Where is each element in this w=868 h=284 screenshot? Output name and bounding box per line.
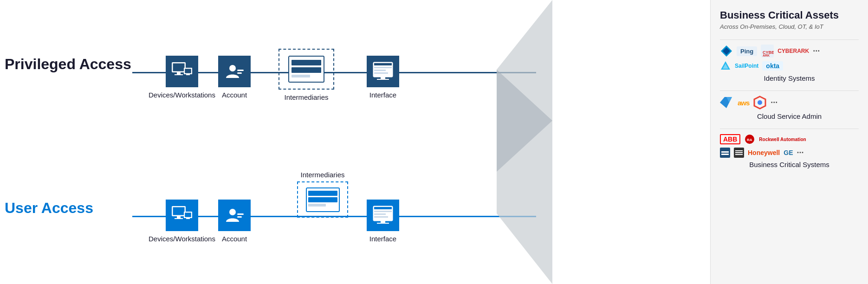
ping-label: Ping xyxy=(737,46,757,56)
svg-rect-58 xyxy=(721,151,729,153)
svg-rect-26 xyxy=(175,218,183,219)
svg-text:RA: RA xyxy=(747,138,752,142)
identity-logo-row-2: SailPoint okta xyxy=(720,60,859,71)
ge-label: GE xyxy=(784,149,793,156)
intermediaries-box-privileged xyxy=(279,49,334,90)
svg-rect-7 xyxy=(185,69,191,73)
sailpoint-label: SailPoint xyxy=(735,63,758,69)
privileged-interface-node: Interface xyxy=(367,56,399,99)
svg-rect-35 xyxy=(308,197,337,202)
devices-workstations-icon xyxy=(166,56,198,87)
privileged-intermediaries-node: Intermediaries xyxy=(279,49,334,101)
svg-rect-42 xyxy=(381,221,385,223)
identity-more: ··· xyxy=(813,46,820,56)
divider-1 xyxy=(720,39,859,40)
svg-rect-20 xyxy=(374,72,388,74)
honeywell-label: Honeywell xyxy=(748,149,780,156)
svg-rect-17 xyxy=(374,63,392,65)
svg-rect-13 xyxy=(291,60,321,65)
svg-rect-14 xyxy=(291,67,321,73)
sailpoint-icon xyxy=(720,60,731,71)
rockwell-label: Rockwell Automation xyxy=(759,137,806,142)
aws-label: aws xyxy=(738,99,749,107)
svg-rect-32 xyxy=(237,216,242,218)
bcs-logo-row-1: ABB RA Rockwell Automation xyxy=(720,134,859,145)
svg-rect-29 xyxy=(186,218,190,219)
interface-icon-privileged xyxy=(367,56,399,87)
user-interface-node: Interface xyxy=(367,200,399,243)
identity-systems-label: Identity Systems xyxy=(720,74,859,82)
svg-rect-18 xyxy=(374,67,392,68)
cloud-more: ··· xyxy=(771,98,777,108)
svg-rect-8 xyxy=(186,74,190,75)
svg-text:ARK: ARK xyxy=(763,54,770,57)
svg-rect-22 xyxy=(377,79,389,80)
user-access-label: User Access xyxy=(5,200,93,217)
svg-rect-31 xyxy=(237,213,244,215)
svg-rect-43 xyxy=(377,223,389,224)
user-devices-node: Devices/Workstations xyxy=(149,200,215,243)
okta-label: okta xyxy=(762,61,783,71)
devices-workstations-icon-user xyxy=(166,200,198,231)
divider-2 xyxy=(720,90,859,91)
divider-3 xyxy=(720,129,859,129)
cloud-section: aws ··· Cloud Service Admin xyxy=(720,96,859,120)
triangle-decoration xyxy=(497,0,552,284)
interface-icon-user xyxy=(367,200,399,231)
cyberark-label: CYBERARK xyxy=(777,48,809,54)
identity-systems-section: Ping CYBER ARK CYBERARK ··· SailPoint ok… xyxy=(720,45,859,82)
svg-rect-10 xyxy=(237,70,244,71)
svg-rect-39 xyxy=(374,211,392,212)
cyberark-icon: CYBER ARK xyxy=(761,45,774,58)
bcs-icon2 xyxy=(734,148,744,158)
panel-title: Business Critical Assets xyxy=(720,9,859,21)
bcs-label: Business Critical Systems xyxy=(720,161,859,168)
user-account-node: Account xyxy=(218,200,251,243)
intermediaries-box-user xyxy=(297,181,348,218)
svg-rect-59 xyxy=(721,154,729,155)
svg-rect-4 xyxy=(177,72,181,74)
svg-rect-40 xyxy=(374,213,386,215)
user-intermediaries-node: Intermediaries xyxy=(297,167,348,218)
right-panel: Business Critical Assets Across On-Premi… xyxy=(710,0,868,284)
main-diagram: Privileged Access Devices/Workstations xyxy=(0,0,710,284)
svg-rect-63 xyxy=(735,154,743,155)
svg-rect-24 xyxy=(173,207,185,215)
ping-icon xyxy=(720,45,733,58)
svg-rect-34 xyxy=(308,191,337,196)
panel-subtitle: Across On-Premises, Cloud, OT, & IoT xyxy=(720,23,859,30)
svg-rect-5 xyxy=(175,74,183,75)
svg-rect-28 xyxy=(185,213,191,217)
bcs-logo-row-2: Honeywell GE ··· xyxy=(720,148,859,158)
svg-point-9 xyxy=(229,65,236,71)
account-icon-privileged xyxy=(218,56,251,87)
svg-point-54 xyxy=(758,100,762,105)
svg-rect-41 xyxy=(374,216,388,218)
svg-rect-21 xyxy=(381,77,385,79)
abb-label: ABB xyxy=(720,134,740,144)
cloud-logo-row: aws ··· xyxy=(720,96,859,110)
cloud-section-label: Cloud Service Admin xyxy=(720,112,859,120)
privileged-devices-node: Devices/Workstations xyxy=(149,56,215,99)
svg-point-30 xyxy=(229,209,236,215)
svg-rect-15 xyxy=(291,75,310,77)
svg-rect-19 xyxy=(374,70,386,71)
svg-rect-38 xyxy=(374,207,392,209)
gcp-icon xyxy=(753,96,767,110)
svg-rect-62 xyxy=(735,152,743,153)
identity-logo-row: Ping CYBER ARK CYBERARK ··· xyxy=(720,45,859,58)
svg-rect-11 xyxy=(237,72,242,74)
svg-rect-3 xyxy=(173,63,185,71)
bcs-section: ABB RA Rockwell Automation Honeywel xyxy=(720,134,859,168)
privileged-account-node: Account xyxy=(218,56,251,99)
privileged-access-label: Privileged Access xyxy=(5,56,131,73)
azure-icon xyxy=(720,96,734,109)
bcs-more: ··· xyxy=(797,148,803,158)
rockwell-icon: RA xyxy=(744,134,755,145)
svg-rect-25 xyxy=(177,216,181,218)
account-icon-user xyxy=(218,200,251,231)
svg-rect-61 xyxy=(735,150,743,151)
bcs-icon1 xyxy=(720,148,730,158)
svg-rect-36 xyxy=(308,204,326,207)
